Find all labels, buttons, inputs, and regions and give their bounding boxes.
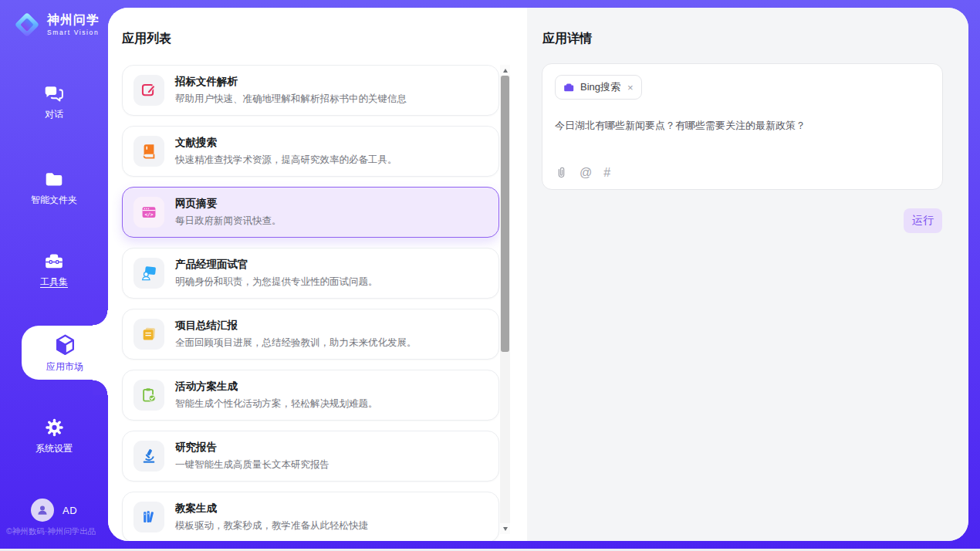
app-card-desc: 智能生成个性化活动方案，轻松解决规划难题。 bbox=[175, 397, 378, 411]
app-card-title: 产品经理面试官 bbox=[175, 258, 378, 272]
sidebar-item-label: 对话 bbox=[45, 108, 63, 121]
copyright-footer: ©神州数码·神州问学出品 bbox=[6, 526, 96, 537]
app-name: 神州问学 bbox=[47, 13, 100, 27]
main-content: 应用列表 招标文件解析 帮助用户快速、准确地理解和解析招标书中的关键信息 bbox=[108, 8, 968, 541]
logo-diamond-icon bbox=[12, 10, 42, 39]
tag-close-icon[interactable]: × bbox=[627, 83, 634, 93]
mention-icon[interactable]: @ bbox=[580, 167, 592, 179]
app-card-research-report[interactable]: 研究报告 一键智能生成高质量长文本研究报告 bbox=[122, 431, 499, 482]
interview-icon bbox=[140, 265, 157, 282]
toolbox-icon bbox=[43, 251, 65, 271]
app-card-desc: 一键智能生成高质量长文本研究报告 bbox=[175, 458, 329, 472]
tool-tag-bing-search[interactable]: Bing搜索 × bbox=[555, 75, 642, 100]
app-card-title: 招标文件解析 bbox=[175, 75, 407, 89]
app-card-title: 项目总结汇报 bbox=[175, 319, 417, 333]
sidebar-item-toolset[interactable]: 工具集 bbox=[0, 251, 108, 289]
app-list-panel: 应用列表 招标文件解析 帮助用户快速、准确地理解和解析招标书中的关键信息 bbox=[108, 8, 527, 541]
note-icon bbox=[140, 326, 157, 343]
sidebar-item-smart-folder[interactable]: 智能文件夹 bbox=[0, 169, 108, 207]
sidebar-item-label: 智能文件夹 bbox=[31, 194, 77, 207]
app-card-pm-interviewer[interactable]: 产品经理面试官 明确身份和职责，为您提供专业性的面试问题。 bbox=[122, 248, 499, 299]
app-icon-tile: </> bbox=[133, 197, 164, 228]
folder-icon bbox=[43, 169, 65, 189]
tool-tag-label: Bing搜索 bbox=[580, 80, 620, 94]
app-card-lesson-plan[interactable]: 教案生成 模板驱动，教案秒成，教学准备从此轻松快捷 bbox=[122, 492, 499, 541]
sidebar-item-settings[interactable]: 系统设置 bbox=[0, 417, 108, 455]
app-card-title: 研究报告 bbox=[175, 441, 329, 455]
app-icon-tile bbox=[133, 75, 164, 106]
logo: 神州问学 Smart Vision bbox=[12, 10, 100, 39]
edit-square-icon bbox=[140, 82, 157, 99]
gear-icon bbox=[44, 417, 65, 438]
book-icon bbox=[140, 143, 157, 160]
triangle-up-icon bbox=[503, 69, 508, 73]
app-card-desc: 帮助用户快速、准确地理解和解析招标书中的关键信息 bbox=[175, 93, 407, 106]
browser-code-icon: </> bbox=[140, 204, 157, 221]
app-tagline: Smart Vision bbox=[47, 29, 100, 36]
app-icon-tile bbox=[133, 380, 164, 411]
app-card-project-summary[interactable]: 项目总结汇报 全面回顾项目进展，总结经验教训，助力未来优化发展。 bbox=[122, 309, 499, 360]
app-card-title: 网页摘要 bbox=[175, 197, 282, 211]
app-card-desc: 每日政府新闻资讯快查。 bbox=[175, 215, 282, 228]
app-icon-tile bbox=[133, 502, 164, 532]
user-profile[interactable]: AD bbox=[0, 499, 108, 522]
sidebar-item-label: 系统设置 bbox=[35, 442, 73, 455]
triangle-down-icon bbox=[503, 527, 508, 531]
hash-icon[interactable]: # bbox=[603, 167, 610, 179]
app-icon-tile bbox=[133, 441, 164, 472]
cube-icon bbox=[52, 332, 78, 358]
scroll-down-button[interactable] bbox=[500, 523, 510, 534]
app-card-literature-search[interactable]: 文献搜索 快速精准查找学术资源，提高研究效率的必备工具。 bbox=[122, 126, 499, 177]
app-card-desc: 全面回顾项目进展，总结经验教训，助力未来优化发展。 bbox=[175, 336, 417, 350]
scrollbar[interactable] bbox=[500, 65, 510, 534]
briefcase-icon bbox=[563, 82, 575, 93]
sidebar-item-app-market[interactable]: 应用市场 bbox=[22, 326, 108, 380]
app-card-desc: 明确身份和职责，为您提供专业性的面试问题。 bbox=[175, 276, 378, 289]
active-tab-notch-top bbox=[93, 310, 108, 326]
app-list-title: 应用列表 bbox=[122, 31, 171, 47]
query-text[interactable]: 今日湖北有哪些新闻要点？有哪些需要关注的最新政策？ bbox=[555, 119, 930, 133]
clipboard-check-icon bbox=[140, 387, 157, 404]
books-icon bbox=[140, 509, 157, 526]
sidebar-item-chat[interactable]: 对话 bbox=[0, 83, 108, 121]
scroll-up-button[interactable] bbox=[500, 65, 510, 76]
active-tab-notch-bottom bbox=[93, 380, 108, 395]
scrollbar-thumb[interactable] bbox=[501, 76, 509, 352]
user-name: AD bbox=[63, 505, 77, 516]
app-card-list: 招标文件解析 帮助用户快速、准确地理解和解析招标书中的关键信息 文献搜索 快速精… bbox=[122, 65, 499, 541]
app-detail-panel: 应用详情 Bing搜索 × 今日湖北有哪些新闻要点？有哪些需要关注的最新政策？ … bbox=[527, 8, 968, 541]
app-card-title: 教案生成 bbox=[175, 502, 368, 516]
app-card-web-summary[interactable]: </> 网页摘要 每日政府新闻资讯快查。 bbox=[122, 187, 499, 238]
app-card-desc: 快速精准查找学术资源，提高研究效率的必备工具。 bbox=[175, 154, 397, 167]
sidebar-item-label: 工具集 bbox=[40, 276, 68, 289]
app-icon-tile bbox=[133, 136, 164, 167]
svg-text:</>: </> bbox=[144, 211, 153, 217]
paperclip-icon[interactable] bbox=[555, 166, 568, 179]
app-icon-tile bbox=[133, 258, 164, 289]
app-detail-title: 应用详情 bbox=[542, 31, 592, 47]
app-icon-tile bbox=[133, 319, 164, 350]
app-card-tender-parse[interactable]: 招标文件解析 帮助用户快速、准确地理解和解析招标书中的关键信息 bbox=[122, 65, 499, 116]
chat-icon bbox=[43, 83, 65, 103]
app-card-event-plan[interactable]: 活动方案生成 智能生成个性化活动方案，轻松解决规划难题。 bbox=[122, 370, 499, 421]
query-input-card[interactable]: Bing搜索 × 今日湖北有哪些新闻要点？有哪些需要关注的最新政策？ @ # bbox=[542, 63, 943, 190]
input-toolbar: @ # bbox=[555, 166, 610, 179]
app-card-title: 文献搜索 bbox=[175, 136, 397, 150]
microscope-icon bbox=[140, 448, 157, 465]
sidebar-item-label: 应用市场 bbox=[46, 360, 83, 374]
sidebar: 神州问学 Smart Vision 对话 智能文件夹 工具集 bbox=[0, 0, 108, 551]
person-icon bbox=[35, 503, 49, 517]
avatar bbox=[31, 499, 54, 522]
run-button[interactable]: 运行 bbox=[904, 208, 942, 233]
app-card-title: 活动方案生成 bbox=[175, 380, 378, 394]
app-card-desc: 模板驱动，教案秒成，教学准备从此轻松快捷 bbox=[175, 519, 368, 532]
